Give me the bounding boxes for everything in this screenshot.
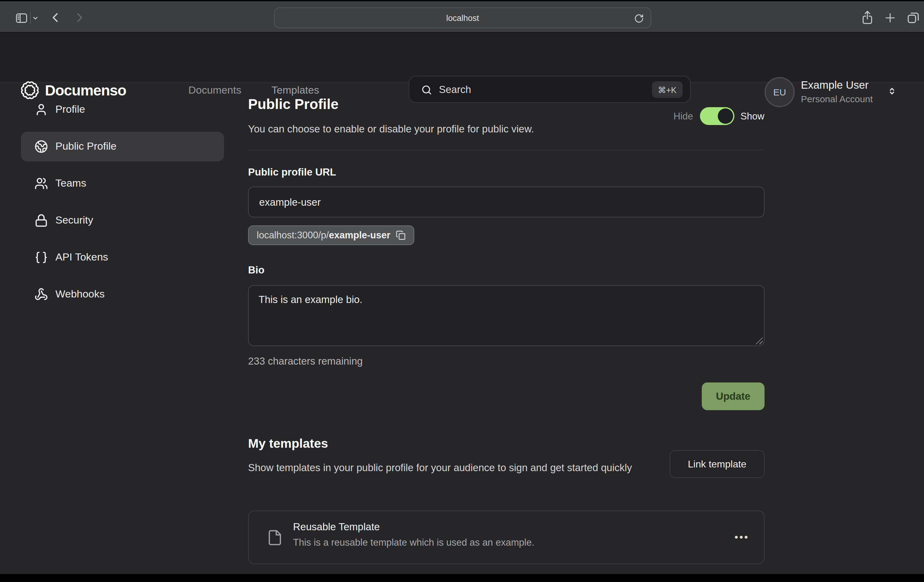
refresh-icon[interactable] (634, 13, 644, 26)
template-card: Reusable Template This is a reusable tem… (248, 511, 764, 564)
chevrons-up-down-icon[interactable] (887, 84, 897, 100)
sidebar-item-security[interactable]: Security (21, 206, 224, 235)
bio-textarea[interactable]: This is an example bio. (248, 285, 764, 346)
file-icon (267, 528, 283, 550)
browser-window: localhost (0, 0, 924, 582)
textarea-resize-grip[interactable] (756, 337, 763, 344)
window-bottom-edge (0, 574, 924, 582)
sidebar-item-profile[interactable]: Profile (21, 95, 224, 124)
sidebar-item-teams[interactable]: Teams (21, 169, 224, 198)
account-name: Example User (801, 79, 869, 92)
copy-icon[interactable] (396, 230, 406, 240)
section-divider (248, 150, 764, 150)
my-templates-description: Show templates in your public profile fo… (248, 460, 676, 475)
address-bar[interactable]: localhost (274, 7, 651, 28)
template-menu-dots-icon[interactable]: ••• (734, 531, 749, 544)
sidebar-item-public-profile[interactable]: Public Profile (21, 132, 224, 161)
sidebar-item-api-tokens[interactable]: API Tokens (21, 243, 224, 272)
link-template-button[interactable]: Link template (670, 450, 764, 478)
profile-url-label: Public profile URL (248, 166, 336, 178)
user-icon (35, 103, 48, 116)
bio-character-counter: 233 characters remaining (248, 355, 363, 367)
public-url-copy-pill[interactable]: localhost:3000/p/example-user (248, 225, 414, 245)
template-description: This is a reusable template which is use… (293, 537, 535, 548)
sidebar-item-label: Security (55, 214, 93, 227)
sidebar-item-label: Teams (55, 177, 86, 190)
share-icon[interactable] (861, 9, 874, 25)
app-header: Documenso Documents Templates ⌘+K EU Exa… (0, 33, 924, 83)
update-button[interactable]: Update (702, 382, 764, 410)
my-templates-title: My templates (248, 436, 328, 451)
sidebar-item-webhooks[interactable]: Webhooks (21, 279, 224, 309)
profile-visibility-toggle-row: Hide Show (673, 107, 764, 125)
account-type: Personal Account (801, 94, 873, 104)
address-bar-url: localhost (446, 13, 479, 23)
public-url-prefix: localhost:3000/p/ (257, 230, 329, 241)
search-input[interactable] (439, 76, 630, 102)
toolbar-separator (30, 12, 31, 24)
switch-knob (718, 108, 733, 124)
avatar[interactable]: EU (764, 77, 795, 107)
braces-icon (35, 251, 48, 264)
tab-overview-icon[interactable] (906, 10, 920, 25)
globe-icon (35, 140, 48, 153)
chevron-down-icon[interactable] (32, 15, 39, 21)
sidebar-item-label: Profile (55, 104, 85, 116)
lock-icon (35, 214, 48, 227)
toggle-on-label: Show (741, 111, 764, 122)
sidebar-item-label: Public Profile (55, 141, 116, 153)
search-shortcut-badge: ⌘+K (652, 81, 683, 98)
back-icon[interactable] (49, 11, 62, 24)
page-subtitle: You can choose to enable or disable your… (248, 123, 534, 135)
page-title: Public Profile (248, 96, 338, 113)
public-url-slug: example-user (329, 230, 390, 241)
nav-templates[interactable]: Templates (271, 84, 319, 97)
profile-url-input[interactable] (248, 187, 764, 217)
search-box[interactable]: ⌘+K (409, 76, 691, 103)
forward-icon[interactable] (73, 11, 86, 24)
users-icon (35, 177, 48, 190)
template-name: Reusable Template (293, 521, 380, 533)
sidebar-item-label: API Tokens (55, 251, 108, 264)
webhook-icon (35, 288, 48, 301)
toggle-off-label: Hide (673, 111, 693, 122)
search-icon (421, 84, 432, 96)
screen: localhost (0, 0, 924, 582)
browser-toolbar: localhost (0, 0, 924, 33)
profile-visibility-switch[interactable] (700, 107, 734, 125)
bio-label: Bio (248, 264, 264, 276)
sidebar-panel-icon[interactable] (15, 11, 28, 25)
new-tab-icon[interactable] (884, 12, 896, 24)
sidebar-item-label: Webhooks (55, 288, 105, 301)
